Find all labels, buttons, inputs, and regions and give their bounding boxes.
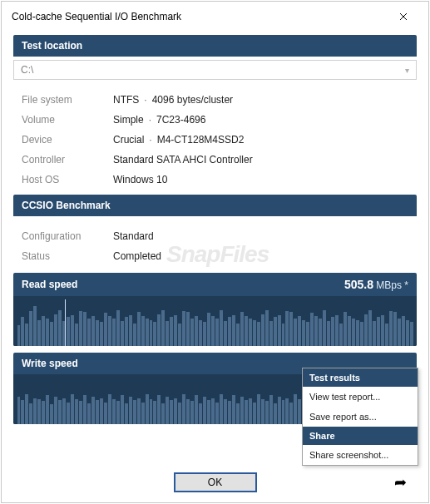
chart-bar xyxy=(100,322,103,346)
chart-bar xyxy=(360,322,363,346)
chart-bar xyxy=(17,397,21,424)
chart-bar xyxy=(294,319,297,346)
chart-bar xyxy=(37,399,41,424)
row-filesystem: File system NTFS·4096 bytes/cluster xyxy=(22,90,417,110)
chart-bar xyxy=(331,317,334,346)
menu-save-report[interactable]: Save report as... xyxy=(303,407,418,427)
chart-bar xyxy=(161,310,165,346)
chart-bar xyxy=(46,395,49,424)
read-chart-body xyxy=(13,296,417,346)
filesystem-value: NTFS·4096 bytes/cluster xyxy=(113,94,233,106)
chart-bar xyxy=(253,320,256,346)
write-label: Write speed xyxy=(22,358,78,369)
read-value-display: 505.8 MBps * xyxy=(344,278,408,291)
chart-bar xyxy=(87,403,91,424)
chart-bar xyxy=(67,317,70,346)
chart-bar xyxy=(25,394,28,424)
chart-bar xyxy=(170,400,173,424)
chart-bar xyxy=(265,310,269,346)
share-icon: ➦ xyxy=(394,473,407,492)
row-config: Configuration Standard xyxy=(22,226,417,246)
chart-bar xyxy=(21,317,24,346)
chart-bar xyxy=(121,321,124,346)
share-popup: Test results View test report... Save re… xyxy=(302,368,418,466)
chart-bar xyxy=(178,324,181,346)
volume-label: Volume xyxy=(22,114,113,126)
drive-combo[interactable]: C:\ ▾ xyxy=(13,60,417,80)
chart-bar xyxy=(62,398,66,424)
chart-bar xyxy=(83,312,86,346)
drive-combo-value: C:\ xyxy=(21,64,33,76)
chart-bar xyxy=(141,403,145,424)
chart-bar xyxy=(245,400,248,424)
chart-bar xyxy=(211,398,215,424)
chart-bar xyxy=(79,311,82,346)
chart-bar xyxy=(87,319,91,346)
chart-bar xyxy=(146,394,149,424)
chart-bar xyxy=(108,394,111,424)
menu-view-report[interactable]: View test report... xyxy=(303,387,418,407)
chart-bar xyxy=(116,310,120,346)
chart-bar xyxy=(207,400,210,424)
chart-bar xyxy=(368,310,372,346)
chart-bar xyxy=(33,306,37,346)
chart-bar xyxy=(298,316,301,346)
chart-bar xyxy=(50,322,53,346)
chart-bar xyxy=(352,319,355,346)
chart-bar xyxy=(282,400,285,424)
row-controller: Controller Standard SATA AHCI Controller xyxy=(22,150,417,170)
ok-button[interactable]: OK xyxy=(174,472,257,492)
fs-type: NTFS xyxy=(113,94,139,106)
chart-bar xyxy=(153,322,156,346)
chart-bar xyxy=(54,397,57,424)
controller-value: Standard SATA AHCI Controller xyxy=(113,154,253,166)
chart-bar xyxy=(157,314,161,346)
chart-bar xyxy=(46,319,49,346)
chart-bar xyxy=(306,322,309,346)
share-button[interactable]: ➦ xyxy=(388,472,412,492)
chart-bar xyxy=(257,322,260,346)
chart-bar xyxy=(289,312,293,346)
chart-bar xyxy=(133,324,136,346)
chart-bar xyxy=(96,400,99,424)
chart-bar xyxy=(344,312,347,346)
chart-bar xyxy=(327,321,330,346)
chart-bar xyxy=(157,395,161,424)
chart-bar xyxy=(402,316,405,346)
chart-bar xyxy=(33,398,37,424)
chart-bar xyxy=(166,397,169,424)
chart-bar xyxy=(203,397,206,424)
chart-bar xyxy=(137,312,141,346)
row-volume: Volume Simple·7C23-4696 xyxy=(22,110,417,130)
chart-bar xyxy=(224,321,227,346)
chart-bar xyxy=(215,403,219,424)
device-vendor: Crucial xyxy=(113,134,144,146)
chart-bar xyxy=(410,322,413,346)
chart-bar xyxy=(91,397,95,424)
chart-bar xyxy=(310,313,314,346)
read-label: Read speed xyxy=(22,279,77,290)
chart-bar xyxy=(323,310,326,346)
close-button[interactable] xyxy=(387,7,420,27)
chart-bar xyxy=(393,312,397,346)
chart-bar xyxy=(150,320,153,346)
chart-bar xyxy=(207,313,210,346)
close-icon xyxy=(399,12,408,21)
popup-header-share: Share xyxy=(303,427,418,445)
chart-bar xyxy=(236,324,240,346)
chart-bar xyxy=(71,394,74,424)
chart-bar xyxy=(215,319,219,346)
chart-bar xyxy=(228,401,231,424)
chart-bar xyxy=(67,403,70,424)
chart-bar xyxy=(141,316,145,346)
chart-bar xyxy=(161,403,165,424)
chart-bar xyxy=(269,395,273,424)
menu-share-screenshot[interactable]: Share screenshot... xyxy=(303,445,418,465)
benchmark-info-table: Configuration Standard Status Completed xyxy=(22,226,417,266)
chart-bar xyxy=(211,316,215,346)
chart-bar xyxy=(186,399,190,424)
row-status: Status Completed xyxy=(22,246,417,266)
volume-type: Simple xyxy=(113,114,144,126)
chart-bar xyxy=(278,397,281,424)
read-unit: MBps * xyxy=(376,279,408,291)
